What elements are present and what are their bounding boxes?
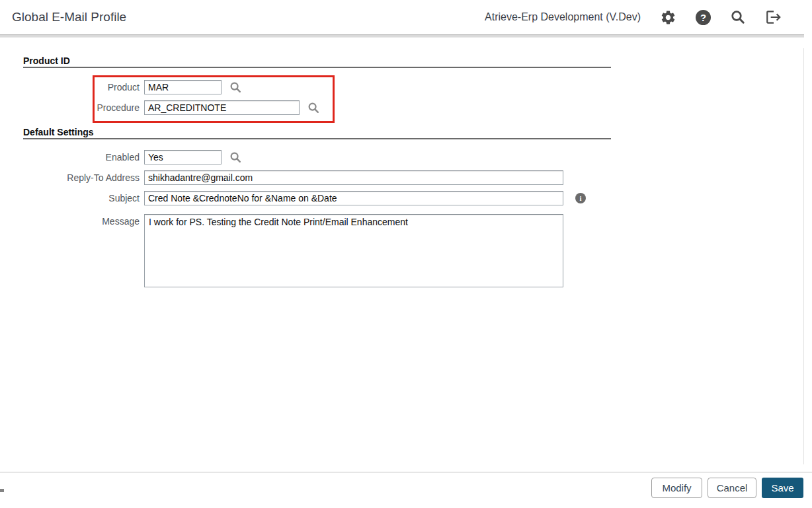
procedure-label: Procedure [0, 100, 140, 115]
gear-icon [660, 9, 676, 26]
exit-arrow-icon [765, 9, 782, 26]
product-row: Product [0, 80, 243, 94]
message-row: Message I work for PS. Testing the Credi… [0, 214, 563, 287]
reply-to-label: Reply-To Address [0, 170, 140, 185]
reply-to-input[interactable] [144, 170, 563, 185]
magnifier-lookup-icon [229, 151, 242, 164]
magnifier-icon [730, 9, 746, 25]
global-email-profile-page: Global E-Mail Profile Atrieve-Erp Develo… [0, 0, 812, 508]
corner-dash [0, 489, 4, 492]
product-label: Product [0, 80, 140, 94]
subject-label: Subject [0, 191, 140, 205]
enabled-row: Enabled [0, 150, 243, 164]
footer-separator [0, 472, 812, 473]
help-question-glyph: ? [696, 10, 711, 25]
product-lookup-button[interactable] [229, 81, 243, 94]
procedure-lookup-button[interactable] [307, 101, 321, 114]
header-right-cluster: Atrieve-Erp Development (V.Dev) ? [485, 9, 812, 26]
subject-input[interactable] [144, 191, 563, 205]
save-button[interactable]: Save [762, 478, 803, 498]
cancel-button[interactable]: Cancel [708, 478, 756, 498]
section-divider-product-id [23, 67, 611, 68]
magnifier-lookup-icon [307, 102, 320, 114]
enabled-lookup-button[interactable] [229, 151, 243, 164]
procedure-input[interactable] [144, 100, 300, 115]
subject-info-icon[interactable]: i [575, 193, 586, 203]
message-label: Message [0, 214, 140, 229]
environment-label: Atrieve-Erp Development (V.Dev) [485, 11, 641, 23]
section-title-product-id: Product ID [23, 55, 70, 66]
enabled-label: Enabled [0, 150, 140, 164]
product-input[interactable] [144, 80, 222, 94]
magnifier-lookup-icon [229, 81, 242, 94]
subject-row: Subject i [0, 191, 586, 205]
search-icon[interactable] [730, 9, 746, 25]
message-textarea[interactable]: I work for PS. Testing the Credit Note P… [144, 214, 563, 287]
page-title: Global E-Mail Profile [12, 10, 126, 24]
content-right-border [803, 48, 804, 464]
help-icon[interactable]: ? [696, 10, 711, 25]
enabled-input[interactable] [144, 150, 222, 164]
reply-to-row: Reply-To Address [0, 170, 563, 185]
logout-icon[interactable] [765, 9, 782, 26]
section-divider-default-settings [23, 138, 611, 139]
modify-button[interactable]: Modify [651, 478, 702, 498]
settings-gear-icon[interactable] [660, 9, 676, 26]
section-title-default-settings: Default Settings [23, 127, 94, 137]
top-header: Global E-Mail Profile Atrieve-Erp Develo… [0, 0, 812, 34]
header-separator [0, 34, 804, 38]
procedure-row: Procedure [0, 100, 321, 115]
